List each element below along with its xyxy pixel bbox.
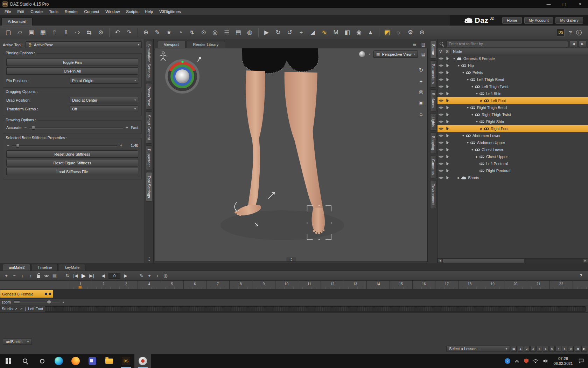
cortana-button[interactable]	[34, 354, 50, 368]
visibility-eye-icon[interactable]	[438, 162, 444, 165]
scene-node-row[interactable]: Left Pectoral	[438, 160, 588, 167]
accuracy-slider[interactable]	[29, 125, 123, 130]
render-icon[interactable]: ⊚	[416, 27, 427, 38]
selectability-cursor-icon[interactable]	[444, 169, 451, 173]
import-icon[interactable]: ⇩	[61, 27, 71, 38]
edit-keys-icon[interactable]: ✎	[138, 272, 145, 279]
home-view-icon[interactable]: ⌂	[418, 110, 425, 117]
scroll-up-icon[interactable]: ▴	[148, 256, 150, 259]
visibility-eye-icon[interactable]	[438, 78, 444, 81]
selectability-cursor-icon[interactable]	[444, 63, 451, 68]
menu-item[interactable]: Help	[141, 9, 156, 14]
selectability-cursor-icon[interactable]	[444, 91, 451, 96]
tab-render-library[interactable]: Render Library	[187, 41, 225, 48]
render-settings-icon[interactable]: ⚙	[405, 27, 416, 38]
selectability-cursor-icon[interactable]	[444, 141, 451, 145]
menu-item[interactable]: Window	[102, 9, 123, 14]
visibility-eye-icon[interactable]	[438, 134, 444, 137]
scrollbar-thumb[interactable]	[443, 259, 524, 263]
tab-lights[interactable]: Lights	[430, 113, 436, 131]
loop-playback-icon[interactable]: ↻	[64, 272, 71, 279]
scale-tool-icon[interactable]: ◢	[307, 27, 318, 38]
tab-viewport[interactable]: Viewport	[157, 41, 186, 48]
tab-puppeteer[interactable]: Puppeteer	[146, 145, 152, 170]
scene-node-row[interactable]: ▼ Abdomen Upper	[438, 139, 588, 146]
orbit-rings-icon[interactable]: ◎	[210, 27, 220, 38]
save-as-icon[interactable]: ▦	[37, 27, 48, 38]
menu-item[interactable]: V3Digitimes	[156, 9, 184, 14]
lesson-page-button[interactable]: 4	[537, 346, 542, 352]
play-icon[interactable]: ▶	[80, 272, 87, 279]
scene-horizontal-scrollbar[interactable]: ◀ ▶	[438, 258, 588, 263]
track-toggle-square[interactable]	[45, 293, 47, 295]
selectability-cursor-icon[interactable]	[444, 84, 451, 89]
column-node[interactable]: Node	[451, 49, 462, 54]
scene-node-row[interactable]: ▼ Left Thigh Twist	[438, 83, 588, 90]
merge-scene-icon[interactable]: ⇆	[84, 27, 94, 38]
twist-tool-icon[interactable]: ↺	[284, 27, 295, 38]
surface-selection-tool-icon[interactable]: ◧	[342, 27, 353, 38]
daz-connect-badge[interactable]: DS	[557, 29, 565, 36]
scene-node-row[interactable]: ▼ Genesis 8 Female	[438, 55, 588, 62]
selectability-cursor-icon[interactable]	[444, 127, 451, 131]
flash-camera-icon[interactable]: ⊙	[198, 27, 209, 38]
visibility-eye-icon[interactable]	[438, 113, 444, 116]
scroll-left-icon[interactable]: ◀	[438, 259, 443, 263]
selectability-cursor-icon[interactable]	[444, 176, 451, 180]
viewport-splitter-handle[interactable]: ▴ ▾	[286, 257, 296, 261]
expand-arrow-icon[interactable]: ▼	[475, 120, 479, 123]
list-view-icon[interactable]: ☰	[221, 27, 232, 38]
visibility-eye-icon[interactable]	[438, 169, 444, 172]
scene-node-row[interactable]: ▼ Left Shin	[438, 90, 588, 97]
timeline-zoom-slider[interactable]	[14, 300, 60, 304]
scroll-down-icon[interactable]: ▾	[148, 259, 150, 262]
expand-arrow-icon[interactable]: ▼	[470, 113, 475, 116]
visibility-eye-icon[interactable]	[438, 64, 444, 67]
search-button[interactable]	[17, 354, 34, 368]
selectability-cursor-icon[interactable]	[444, 148, 451, 152]
spot-render-tool-icon[interactable]: ◩	[382, 27, 393, 38]
expand-arrow-icon[interactable]: ▼	[465, 78, 470, 81]
plus-icon[interactable]: +	[125, 125, 129, 130]
taskbar-clock[interactable]: 07:28 06.02.2021	[550, 356, 576, 366]
network-tray-icon[interactable]	[531, 354, 540, 368]
scene-node-row[interactable]: ▼ Pelvis	[438, 69, 588, 76]
active-tool-dropdown[interactable]: ActivePose ▾	[26, 41, 142, 48]
zoom-handle-round[interactable]	[47, 300, 52, 304]
record-target-icon[interactable]: ◎	[162, 272, 169, 279]
grid-view-icon[interactable]: ▤	[233, 27, 244, 38]
antivirus-tray-icon[interactable]	[522, 354, 531, 368]
column-visibility[interactable]: V	[438, 49, 444, 54]
playhead-marker[interactable]	[78, 286, 82, 289]
rotate-tool-icon[interactable]: ↻	[273, 27, 284, 38]
selectability-cursor-icon[interactable]	[444, 98, 451, 103]
selectability-cursor-icon[interactable]	[444, 77, 451, 82]
visibility-eye-icon[interactable]	[438, 92, 444, 95]
send-to-icon[interactable]: ⇨	[72, 27, 83, 38]
expand-arrow-icon[interactable]: ▼	[475, 92, 479, 95]
visibility-eye-icon[interactable]	[438, 155, 444, 158]
scene-node-row[interactable]: ▼ Right Shin	[438, 118, 588, 125]
frame-back-icon[interactable]: ◀	[100, 272, 107, 279]
close-button[interactable]: ×	[572, 0, 588, 8]
translate-tool-icon[interactable]: +	[296, 27, 307, 38]
close-scene-icon[interactable]: ⊗	[95, 27, 106, 38]
tab-environment[interactable]: Environment	[430, 180, 436, 209]
zoom-view-icon[interactable]: ◎	[418, 88, 425, 95]
selectability-cursor-icon[interactable]	[444, 120, 451, 124]
scene-node-row[interactable]: ▶ Shorts	[438, 174, 588, 181]
add-key-icon[interactable]: +	[146, 272, 153, 279]
scroll-right-icon[interactable]: ▶	[583, 259, 588, 263]
scene-node-row[interactable]: ▼ Right Thigh Bend	[438, 104, 588, 111]
rotation-sphere[interactable]	[175, 69, 189, 83]
expand-arrow-icon[interactable]: ▶	[456, 176, 461, 179]
lesson-prev-icon[interactable]: ◀	[575, 346, 580, 352]
chevron-down-icon[interactable]: ▾	[369, 53, 370, 56]
create-pose-icon[interactable]: ✎	[152, 27, 163, 38]
new-file-icon[interactable]: ▢	[3, 27, 14, 38]
minimize-button[interactable]: —	[541, 0, 556, 8]
scene-filter-input[interactable]	[446, 41, 568, 47]
simulation-clock-icon[interactable]: ◔	[175, 27, 186, 38]
toggle-pins-button[interactable]: Toggle Pins	[6, 59, 138, 66]
create-figure-icon[interactable]: ⊕	[140, 27, 151, 38]
